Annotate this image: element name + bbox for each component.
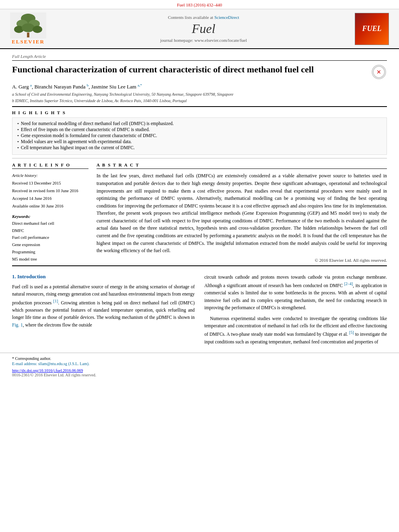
sciencedirect-label: Contents lists available at ScienceDirec…: [52, 15, 355, 20]
highlight-3: • Gene expression model is formulated fo…: [17, 133, 382, 138]
main-content: Full Length Article Functional character…: [0, 49, 399, 266]
bullet-4: •: [17, 139, 19, 144]
abstract-title: A B S T R A C T: [97, 162, 387, 169]
svg-point-6: [33, 26, 42, 33]
journal-header: ELSEVIER Contents lists available at Sci…: [0, 9, 399, 49]
highlight-1: • Need for numerical modelling of direct…: [17, 121, 382, 126]
affiliation-a: a School of Civil and Environmental Engi…: [12, 92, 387, 97]
email-note: E-mail address: sllam@ntu.edu.sg (J.S.L.…: [12, 362, 387, 366]
elsevier-tree-icon: [10, 12, 46, 39]
intro-para-1: Fuel cell is used as a potential alterna…: [12, 283, 195, 329]
journal-info-center: Contents lists available at ScienceDirec…: [52, 15, 355, 43]
bullet-2: •: [17, 127, 19, 132]
keyword-3: Fuel cell performance: [12, 234, 88, 241]
highlight-text-4: Model values are well in agreement with …: [21, 139, 132, 144]
ref-5[interactable]: [5]: [349, 330, 354, 335]
authors-line: A. Garg a, Biranchi Narayan Panda b, Jas…: [12, 83, 387, 90]
intro-para-2: circuit towards cathode and protons move…: [204, 273, 387, 312]
received-revised-date: Received in revised form 10 June 2016: [12, 187, 88, 195]
crossmark-svg: ✕: [373, 66, 385, 78]
highlights-box: • Need for numerical modelling of direct…: [12, 117, 387, 155]
sciencedirect-link[interactable]: ScienceDirect: [214, 15, 239, 20]
author-lam: Jasmine Siu Lee Lam a,*: [91, 84, 142, 90]
intro-col-left: 1. Introduction Fuel cell is used as a p…: [12, 273, 195, 349]
divider-after-affiliations: [12, 106, 387, 107]
highlight-text-1: Need for numerical modelling of direct m…: [21, 121, 174, 126]
keyword-4: Gene expression: [12, 241, 88, 249]
divider-highlights-end: [12, 158, 387, 158]
fig-1-link[interactable]: Fig. 1: [12, 322, 23, 327]
introduction-section: 1. Introduction Fuel cell is used as a p…: [0, 269, 399, 349]
elsevier-logo-area: ELSEVIER: [4, 12, 52, 45]
article-history: Article history: Received 13 December 20…: [12, 172, 88, 210]
article-title-area: Functional characterization of current c…: [12, 64, 387, 80]
ref-1[interactable]: [1]: [53, 299, 58, 303]
keyword-5: Programming: [12, 249, 88, 256]
journal-homepage: journal homepage: www.elsevier.com/locat…: [52, 38, 355, 43]
divider-abstract-end: [12, 265, 387, 266]
keyword-1: Direct methanol fuel cell: [12, 220, 88, 227]
journal-citation: Fuel 183 (2016) 432–440: [177, 2, 222, 7]
author-panda: Biranchi Narayan Panda b,: [34, 84, 91, 90]
footer: * Corresponding author. E-mail address: …: [0, 353, 399, 379]
highlight-text-3: Gene expression model is formulated for …: [21, 133, 157, 138]
fuel-cover-image: FUEL: [355, 13, 389, 45]
available-date: Available online 30 June 2016: [12, 203, 88, 210]
abstract-text: In the last few years, direct methanol f…: [97, 172, 387, 255]
received-date: Received 13 December 2015: [12, 180, 88, 187]
intro-para-3: Numerous experimental studies were condu…: [204, 315, 387, 345]
keywords-title: Keywords:: [12, 214, 88, 219]
keyword-6: M5 model tree: [12, 256, 88, 263]
svg-rect-7: [27, 33, 29, 37]
intro-body-right: circuit towards cathode and protons move…: [204, 273, 387, 345]
intro-heading: 1. Introduction: [12, 273, 195, 280]
journal-name: Fuel: [52, 21, 355, 36]
affiliation-b: b IDMEC, Instituto Superior Técnico, Uni…: [12, 98, 387, 104]
highlights-section: H I G H L I G H T S • Need for numerical…: [12, 110, 387, 155]
article-type: Full Length Article: [12, 54, 387, 61]
accepted-date: Accepted 14 June 2016: [12, 195, 88, 203]
author-garg: A. Garg a,: [12, 84, 34, 90]
bullet-1: •: [17, 121, 19, 126]
bullet-5: •: [17, 145, 19, 150]
article-title: Functional characterization of current c…: [12, 64, 367, 76]
elsevier-text: ELSEVIER: [12, 39, 45, 45]
elsevier-logo: ELSEVIER: [4, 12, 52, 45]
intro-col-right: circuit towards cathode and protons move…: [204, 273, 387, 349]
highlight-text-5: Cell temperature has highest impact on t…: [21, 145, 135, 150]
bullet-3: •: [17, 133, 19, 138]
keywords-section: Keywords: Direct methanol fuel cell DMFC…: [12, 214, 88, 263]
history-label: Article history:: [12, 172, 88, 180]
fuel-cover-area: FUEL: [355, 13, 395, 45]
copyright-line: © 2016 Elsevier Ltd. All rights reserved…: [97, 258, 387, 263]
highlights-label: H I G H L I G H T S: [12, 110, 387, 115]
article-info-abstract-area: A R T I C L E I N F O Article history: R…: [12, 162, 387, 263]
intro-body-left: Fuel cell is used as a potential alterna…: [12, 283, 195, 329]
issn-line: 0016-2361/© 2016 Elsevier Ltd. All right…: [12, 373, 387, 377]
intro-columns: 1. Introduction Fuel cell is used as a p…: [12, 273, 387, 349]
highlight-text-2: Effect of five inputs on the current cha…: [21, 127, 150, 132]
svg-point-5: [22, 23, 35, 32]
doi-line: http://dx.doi.org/10.1016/j.fuel.2016.06…: [12, 368, 387, 373]
doi-link[interactable]: http://dx.doi.org/10.1016/j.fuel.2016.06…: [12, 368, 83, 373]
crossmark-icon[interactable]: ✕: [372, 65, 386, 79]
article-info-column: A R T I C L E I N F O Article history: R…: [12, 162, 88, 263]
article-info-title: A R T I C L E I N F O: [12, 162, 88, 169]
svg-text:✕: ✕: [376, 69, 381, 75]
crossmark-area: ✕: [371, 64, 387, 80]
ref-2-4[interactable]: [2–4]: [344, 281, 353, 286]
keyword-2: DMFC: [12, 227, 88, 234]
abstract-column: A B S T R A C T In the last few years, d…: [97, 162, 387, 263]
highlight-2: • Effect of five inputs on the current c…: [17, 127, 382, 132]
highlight-4: • Model values are well in agreement wit…: [17, 139, 382, 144]
journal-citation-bar: Fuel 183 (2016) 432–440: [0, 0, 399, 9]
corresponding-author-note: * Corresponding author.: [12, 356, 387, 361]
page: Fuel 183 (2016) 432–440 ELSEVIER: [0, 0, 399, 532]
highlight-5: • Cell temperature has highest impact on…: [17, 145, 382, 150]
